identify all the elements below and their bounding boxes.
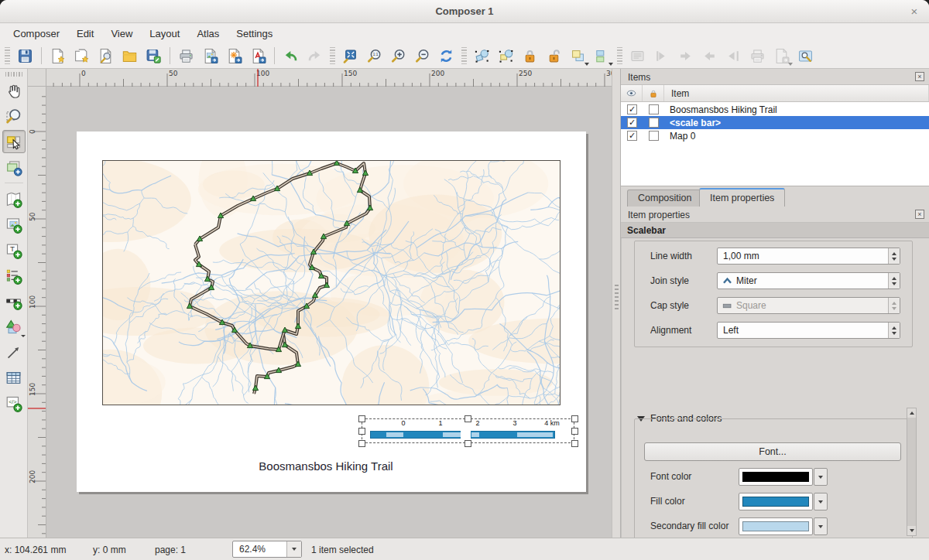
secondary-fill-color-button[interactable]	[739, 517, 813, 535]
atlas-settings-button[interactable]	[794, 45, 818, 67]
spin-arrows-icon[interactable]	[888, 273, 900, 289]
scalebar-item[interactable]: 01234 km	[362, 418, 574, 443]
zoom-actual-icon: 1:1	[366, 48, 382, 64]
combo-join-style[interactable]: Miter	[717, 272, 900, 289]
export-atlas-button	[770, 45, 794, 67]
combo-alignment[interactable]: Left	[717, 322, 900, 339]
window-close-icon[interactable]: ×	[907, 5, 921, 19]
group-items-button[interactable]	[566, 45, 590, 67]
add-legend-tool-button[interactable]	[2, 264, 26, 287]
color-dropdown-icon[interactable]	[814, 468, 828, 486]
selection-handle[interactable]	[464, 415, 471, 422]
selection-handle[interactable]	[358, 440, 365, 447]
lock-checkbox[interactable]	[649, 118, 659, 128]
move-item-content-button[interactable]	[494, 45, 518, 67]
font-button[interactable]: Font...	[644, 442, 901, 461]
menu-item-view[interactable]: View	[102, 25, 141, 43]
export-pdf-icon	[250, 48, 266, 64]
splitter-grip	[615, 285, 619, 311]
zoom-tool-button[interactable]	[2, 104, 26, 128]
visibility-checkbox[interactable]: ✓	[627, 131, 637, 141]
print-button[interactable]	[174, 45, 198, 67]
spin-arrows-icon[interactable]	[888, 248, 900, 264]
export-svg-button[interactable]	[222, 45, 246, 67]
selection-handle[interactable]	[464, 440, 471, 447]
save-composition-icon	[17, 48, 33, 64]
zoom-full-button[interactable]	[338, 45, 362, 67]
add-image-tool-button[interactable]	[2, 213, 26, 236]
scroll-down-icon[interactable]	[907, 526, 916, 535]
color-dropdown-icon[interactable]	[814, 517, 828, 535]
atlas-next-button	[698, 45, 722, 67]
add-html-tool-button[interactable]: </>	[2, 391, 26, 415]
composer-manager-icon	[98, 48, 114, 64]
load-template-button[interactable]	[118, 45, 142, 67]
unlock-items-button[interactable]	[542, 45, 566, 67]
spin-arrows-icon[interactable]	[888, 323, 900, 338]
visibility-checkbox[interactable]: ✓	[627, 118, 637, 128]
lock-checkbox[interactable]	[649, 104, 659, 114]
refresh-view-button[interactable]	[434, 45, 458, 67]
scroll-up-icon[interactable]	[907, 408, 916, 418]
selection-handle[interactable]	[571, 440, 578, 447]
new-composition-button[interactable]	[46, 45, 70, 67]
add-label-tool-button[interactable]: T	[2, 238, 26, 261]
font-color-button[interactable]	[739, 468, 813, 486]
combo-dropdown-icon[interactable]	[286, 541, 301, 557]
map-title-label[interactable]: Boosmansbos Hiking Trail	[77, 459, 575, 473]
composition-canvas[interactable]: Boosmansbos Hiking Trail 01234 km	[46, 87, 612, 538]
add-shape-tool-button[interactable]	[2, 315, 26, 338]
add-arrow-tool-button[interactable]	[2, 340, 26, 364]
selection-handle[interactable]	[358, 415, 365, 422]
lock-checkbox[interactable]	[649, 131, 659, 141]
add-table-tool-button[interactable]	[2, 366, 26, 389]
tab-item-properties[interactable]: Item properties	[699, 188, 785, 207]
export-pdf-button[interactable]	[246, 45, 270, 67]
add-scalebar-tool-button[interactable]	[2, 289, 26, 312]
spin-arrows-icon[interactable]	[888, 298, 900, 313]
menu-item-settings[interactable]: Settings	[228, 25, 281, 43]
menu-item-layout[interactable]: Layout	[141, 25, 188, 43]
save-template-button[interactable]	[142, 45, 166, 67]
paper-page[interactable]: Boosmansbos Hiking Trail 01234 km	[77, 131, 586, 492]
panel-splitter[interactable]	[612, 69, 621, 538]
add-map-tool-button[interactable]	[2, 187, 26, 210]
menu-item-edit[interactable]: Edit	[68, 25, 102, 43]
item-label: Map 0	[670, 131, 695, 142]
field-label: Join style	[650, 275, 689, 286]
menu-item-atlas[interactable]: Atlas	[188, 25, 228, 43]
save-template-icon	[146, 48, 162, 64]
move-item-content-tool-button[interactable]	[2, 155, 26, 179]
select-move-item-button[interactable]	[470, 45, 494, 67]
raise-items-button[interactable]	[590, 45, 614, 67]
lock-items-button[interactable]	[518, 45, 542, 67]
zoom-in-button[interactable]	[386, 45, 410, 67]
save-composition-button[interactable]	[13, 45, 37, 67]
spinbox-line-width[interactable]: 1,00 mm	[717, 248, 900, 265]
zoom-out-button[interactable]	[410, 45, 434, 67]
selection-handle[interactable]	[358, 428, 365, 435]
fill-color-button[interactable]	[739, 493, 813, 510]
undo-button[interactable]	[279, 45, 303, 67]
composer-manager-button[interactable]	[94, 45, 118, 67]
close-properties-panel-button[interactable]: ×	[915, 210, 924, 219]
visibility-checkbox[interactable]: ✓	[627, 104, 637, 114]
tab-composition[interactable]: Composition	[627, 190, 702, 207]
selection-handle[interactable]	[571, 415, 578, 422]
select-move-item-tool-button[interactable]	[2, 130, 26, 153]
zoom-actual-button[interactable]: 1:1	[362, 45, 386, 67]
selection-handle[interactable]	[571, 428, 578, 435]
zoom-level-combo[interactable]: 62.4%	[232, 541, 302, 558]
color-dropdown-icon[interactable]	[814, 493, 828, 510]
map-item[interactable]	[102, 160, 560, 405]
menu-item-composer[interactable]: Composer	[5, 25, 68, 43]
export-image-button[interactable]	[198, 45, 222, 67]
close-items-panel-button[interactable]: ×	[915, 72, 924, 81]
properties-scrollbar[interactable]	[907, 408, 917, 536]
item-row[interactable]: ✓<scale bar>	[621, 116, 929, 129]
pan-tool-button[interactable]	[2, 79, 26, 102]
status-bar: x: 104.261 mm y: 0 mm page: 1 62.4% 1 it…	[0, 538, 929, 560]
item-row[interactable]: ✓Map 0	[621, 129, 929, 142]
item-row[interactable]: ✓Boosmansbos Hiking Trail	[621, 103, 929, 116]
duplicate-composition-button[interactable]	[70, 45, 94, 67]
